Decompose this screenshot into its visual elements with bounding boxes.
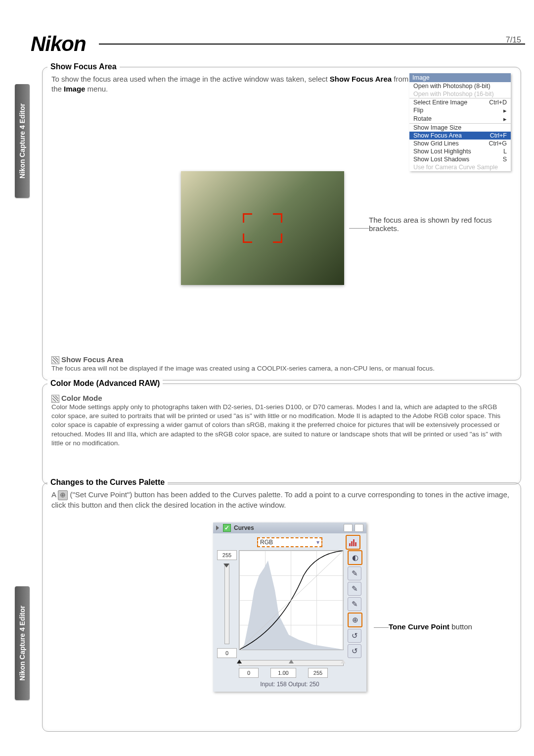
svg-line-4 <box>239 551 343 650</box>
side-tab-label: Nikon Capture 4 Editor <box>18 600 26 687</box>
channel-select[interactable]: RGB ▾ <box>257 537 322 547</box>
side-tab-label: Nikon Capture 4 Editor <box>18 97 26 185</box>
panel-title: Changes to the Curves Palette <box>47 478 168 487</box>
side-tab-editor-2: Nikon Capture 4 Editor <box>15 586 30 700</box>
menu-item[interactable]: Open with Photoshop (8-bit) <box>409 82 511 90</box>
text: A <box>51 490 58 499</box>
photo-caption: The focus area is shown by red focus bra… <box>369 216 517 233</box>
panel-curves-changes: Changes to the Curves Palette A ⊕ ("Set … <box>42 482 521 732</box>
text: Show Focus Area <box>61 355 123 364</box>
callout-leader <box>349 228 369 229</box>
menu-item: Use for Camera Curve Sample <box>409 163 511 171</box>
output-slider[interactable] <box>224 564 229 644</box>
histogram-tool[interactable] <box>346 535 360 550</box>
text: Color Mode <box>61 394 102 402</box>
menu-button[interactable] <box>355 524 363 532</box>
text: button <box>449 622 472 631</box>
tone-curve-caption: Tone Curve Point button <box>389 622 472 631</box>
curve-graph[interactable] <box>239 550 344 650</box>
set-curve-point-icon: ⊕ <box>58 490 68 500</box>
focus-brackets <box>243 213 282 243</box>
gray-point-eyedropper[interactable]: ✎ <box>348 582 361 596</box>
image-menu: Image Open with Photoshop (8-bit) Open w… <box>409 73 511 171</box>
note-body: The focus area will not be displayed if … <box>51 364 512 373</box>
menu-item[interactable]: Flip▸ <box>409 106 511 115</box>
output-min[interactable]: 0 <box>217 648 237 658</box>
set-curve-point-button[interactable]: ⊕ <box>348 613 362 627</box>
channel-label: RGB <box>260 539 273 546</box>
note-body: Color Mode settings apply only to photog… <box>51 403 512 448</box>
auto-contrast-button[interactable]: ◐ <box>348 550 362 565</box>
menu-item[interactable]: Show Lost HighlightsL <box>409 147 511 155</box>
svg-rect-2 <box>353 539 355 546</box>
note-icon <box>51 395 59 403</box>
text-bold: Show Focus Area <box>330 75 392 83</box>
gamma-value[interactable]: 1.00 <box>270 668 296 678</box>
menu-body: Open with Photoshop (8-bit) Open with Ph… <box>409 82 511 171</box>
svg-rect-3 <box>355 542 356 546</box>
black-point-eyedropper[interactable]: ✎ <box>348 597 361 611</box>
curve-tools: ◐ ✎ ✎ ✎ ⊕ ↺ ↺ <box>348 550 362 658</box>
page-number: 7/15 <box>506 36 521 45</box>
menu-item[interactable]: Select Entire ImageCtrl+D <box>409 98 511 106</box>
input-slider[interactable] <box>239 660 344 666</box>
text: ("Set Curve Point") button has been adde… <box>51 490 509 509</box>
body-text: To show the focus area used when the ima… <box>51 74 412 94</box>
input-max[interactable]: 255 <box>308 668 328 678</box>
text-bold: Tone Curve Point <box>389 622 449 631</box>
titlebar-button[interactable] <box>344 524 353 532</box>
menu-item: Open with Photoshop (16-bit) <box>409 90 511 98</box>
panel-show-focus-area: Show Focus Area To show the focus area u… <box>42 67 521 380</box>
note-title: Color Mode <box>51 394 512 403</box>
note-icon <box>51 356 59 364</box>
text: To show the focus area used when the ima… <box>51 75 330 83</box>
panel-color-mode: Color Mode (Advanced RAW) Color Mode Col… <box>42 383 521 484</box>
svg-rect-1 <box>351 541 353 546</box>
reset-all-button[interactable]: ↺ <box>348 644 361 658</box>
apply-checkbox[interactable]: ✓ <box>223 524 231 532</box>
panel-title: Show Focus Area <box>47 62 120 71</box>
body-text: A ⊕ ("Set Curve Point") button has been … <box>51 490 512 510</box>
output-max[interactable]: 255 <box>217 550 237 560</box>
collapse-triangle-icon[interactable] <box>216 525 219 530</box>
reset-current-button[interactable]: ↺ <box>348 629 361 643</box>
window-titlebar[interactable]: ✓ Curves <box>213 522 366 533</box>
menu-title: Image <box>409 73 511 82</box>
callout-leader <box>374 627 389 628</box>
brand-logo: Nikon <box>31 32 86 56</box>
header-rule <box>99 44 525 45</box>
svg-rect-0 <box>349 543 351 546</box>
text-bold: Image <box>64 85 85 93</box>
white-point-eyedropper[interactable]: ✎ <box>348 567 361 580</box>
side-tab-editor-1: Nikon Capture 4 Editor <box>15 84 30 198</box>
menu-item[interactable]: Show Grid LinesCtrl+G <box>409 140 511 147</box>
chevron-down-icon: ▾ <box>316 539 319 546</box>
menu-item[interactable]: Rotate▸ <box>409 115 511 123</box>
menu-item[interactable]: Show Image Size <box>409 124 511 132</box>
panel-title: Color Mode (Advanced RAW) <box>47 379 163 388</box>
curves-palette-window: ✓ Curves RGB ▾ 255 0 <box>213 522 366 692</box>
menu-item-selected[interactable]: Show Focus AreaCtrl+F <box>409 132 511 140</box>
sample-photo <box>181 171 344 285</box>
note-title: Show Focus Area <box>51 355 512 364</box>
window-title: Curves <box>234 524 254 531</box>
input-output-readout: Input: 158 Output: 250 <box>217 681 362 688</box>
text: menu. <box>88 85 108 93</box>
input-min[interactable]: 0 <box>239 668 259 678</box>
menu-item[interactable]: Show Lost ShadowsS <box>409 155 511 163</box>
